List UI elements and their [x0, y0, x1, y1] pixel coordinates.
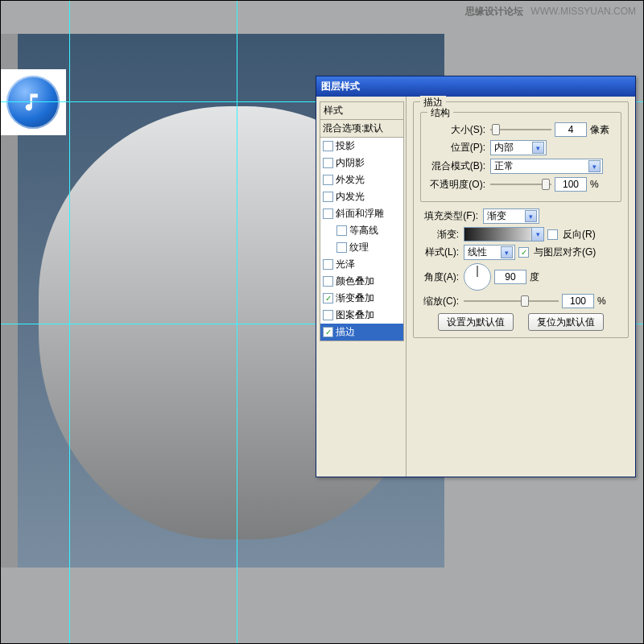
style-item-label: 等高线	[349, 224, 378, 237]
opacity-row: 不透明度(O): %	[427, 177, 614, 192]
canvas-background-lower	[0, 567, 644, 644]
scale-row: 缩放(C): %	[420, 294, 621, 308]
stroke-group: 描边 结构 大小(S): 像素 位置(P): 内部 ▾	[413, 101, 629, 338]
reference-icon-thumbnail	[0, 69, 66, 135]
style-item-label: 斜面和浮雕	[336, 207, 384, 221]
chevron-down-icon: ▾	[525, 210, 537, 222]
style-item-6[interactable]: 纹理	[320, 239, 403, 256]
blendmode-select[interactable]: 正常 ▾	[490, 159, 603, 174]
style-item-8[interactable]: 颜色叠加	[320, 273, 403, 290]
dialog-title: 图层样式	[321, 80, 360, 93]
opacity-unit: %	[590, 179, 614, 190]
dialog-body: 样式 混合选项:默认 投影内阴影外发光内发光斜面和浮雕等高线纹理光泽颜色叠加✓渐…	[316, 97, 635, 477]
layer-style-dialog: 图层样式 样式 混合选项:默认 投影内阴影外发光内发光斜面和浮雕等高线纹理光泽颜…	[316, 76, 636, 477]
style-checkbox[interactable]	[323, 208, 333, 219]
watermark-brand: 思缘设计论坛	[465, 6, 523, 17]
style-checkbox[interactable]: ✓	[323, 293, 333, 303]
structure-group: 结构 大小(S): 像素 位置(P): 内部 ▾	[420, 112, 621, 202]
size-slider[interactable]	[490, 122, 551, 137]
angle-label: 角度(A):	[420, 270, 459, 284]
style-checkbox[interactable]	[323, 158, 333, 168]
filltype-row: 填充类型(F): 渐变 ▾	[420, 208, 621, 224]
scale-slider[interactable]	[464, 294, 559, 308]
styles-panel: 样式 混合选项:默认 投影内阴影外发光内发光斜面和浮雕等高线纹理光泽颜色叠加✓渐…	[316, 97, 407, 477]
angle-row: 角度(A): 度	[420, 263, 621, 291]
style-item-label: 光泽	[336, 258, 355, 271]
gradient-row: 渐变: ▾ 反向(R)	[420, 227, 621, 242]
set-default-button[interactable]: 设置为默认值	[438, 313, 514, 331]
gradient-label: 渐变:	[420, 228, 459, 242]
opacity-slider[interactable]	[490, 177, 551, 192]
style-item-label: 投影	[336, 139, 355, 153]
default-buttons: 设置为默认值 复位为默认值	[420, 313, 621, 331]
size-row: 大小(S): 像素	[427, 122, 614, 137]
scale-unit: %	[597, 295, 621, 307]
style-checkbox[interactable]	[323, 259, 333, 270]
style-item-10[interactable]: 图案叠加	[320, 307, 403, 324]
filltype-value: 渐变	[487, 209, 506, 223]
blending-options-row[interactable]: 混合选项:默认	[320, 120, 403, 138]
style-item-0[interactable]: 投影	[320, 138, 403, 155]
watermark-url: WWW.MISSYUAN.COM	[530, 6, 636, 17]
chevron-down-icon: ▾	[531, 228, 543, 241]
style-checkbox[interactable]	[336, 242, 347, 253]
align-checkbox[interactable]: ✓	[518, 247, 529, 258]
style-item-7[interactable]: 光泽	[320, 256, 403, 273]
styles-header[interactable]: 样式	[320, 101, 404, 120]
position-select[interactable]: 内部 ▾	[490, 140, 547, 155]
chevron-down-icon: ▾	[588, 160, 601, 172]
gradient-swatch[interactable]: ▾	[464, 227, 544, 242]
blendmode-value: 正常	[494, 159, 514, 173]
music-note-icon	[22, 91, 44, 114]
blendmode-label: 混合模式(B):	[427, 159, 485, 173]
style-item-3[interactable]: 内发光	[320, 188, 403, 205]
size-unit: 像素	[590, 123, 614, 137]
size-input[interactable]	[555, 122, 587, 137]
style-item-1[interactable]: 内阴影	[320, 155, 403, 171]
style-value: 线性	[468, 246, 487, 259]
style-item-4[interactable]: 斜面和浮雕	[320, 205, 403, 222]
style-select[interactable]: 线性 ▾	[464, 245, 515, 260]
dialog-titlebar[interactable]: 图层样式	[316, 76, 635, 97]
reverse-checkbox[interactable]	[547, 229, 558, 240]
angle-unit: 度	[530, 270, 554, 284]
style-checkbox[interactable]	[323, 141, 333, 151]
style-item-label: 图案叠加	[336, 308, 374, 322]
guide-vertical-1[interactable]	[69, 0, 70, 644]
style-checkbox[interactable]	[323, 276, 333, 287]
style-item-5[interactable]: 等高线	[320, 222, 403, 239]
style-item-9[interactable]: ✓渐变叠加	[320, 290, 403, 307]
scale-label: 缩放(C):	[420, 295, 459, 308]
style-checkbox[interactable]	[336, 225, 347, 236]
reverse-label: 反向(R)	[563, 228, 596, 242]
filltype-label: 填充类型(F):	[420, 209, 478, 223]
style-item-label: 渐变叠加	[336, 291, 374, 305]
scale-input[interactable]	[562, 294, 594, 308]
style-item-2[interactable]: 外发光	[320, 171, 403, 188]
style-row: 样式(L): 线性 ▾ ✓ 与图层对齐(G)	[420, 245, 621, 260]
opacity-input[interactable]	[555, 177, 587, 192]
style-item-label: 内阴影	[336, 156, 365, 170]
itunes-circle	[6, 76, 60, 129]
style-item-label: 外发光	[336, 173, 365, 187]
style-checkbox[interactable]	[323, 175, 333, 185]
style-checkbox[interactable]	[323, 192, 333, 202]
style-label: 样式(L):	[420, 246, 459, 259]
filltype-select[interactable]: 渐变 ▾	[483, 208, 539, 224]
blending-options-label: 混合选项:默认	[323, 122, 383, 135]
style-item-11[interactable]: ✓描边	[320, 324, 403, 341]
style-item-label: 颜色叠加	[336, 275, 374, 288]
structure-title: 结构	[427, 106, 453, 120]
styles-list: 混合选项:默认 投影内阴影外发光内发光斜面和浮雕等高线纹理光泽颜色叠加✓渐变叠加…	[320, 120, 404, 341]
guide-vertical-2[interactable]	[237, 0, 237, 644]
style-item-label: 描边	[336, 325, 355, 339]
chevron-down-icon: ▾	[501, 246, 513, 258]
reset-default-button[interactable]: 复位为默认值	[528, 313, 604, 331]
watermark: 思缘设计论坛 WWW.MISSYUAN.COM	[465, 5, 636, 19]
style-checkbox[interactable]: ✓	[323, 327, 333, 337]
angle-input[interactable]	[494, 270, 526, 284]
position-row: 位置(P): 内部 ▾	[427, 140, 614, 155]
position-value: 内部	[494, 141, 514, 155]
style-checkbox[interactable]	[323, 310, 333, 320]
angle-dial[interactable]	[464, 263, 491, 291]
